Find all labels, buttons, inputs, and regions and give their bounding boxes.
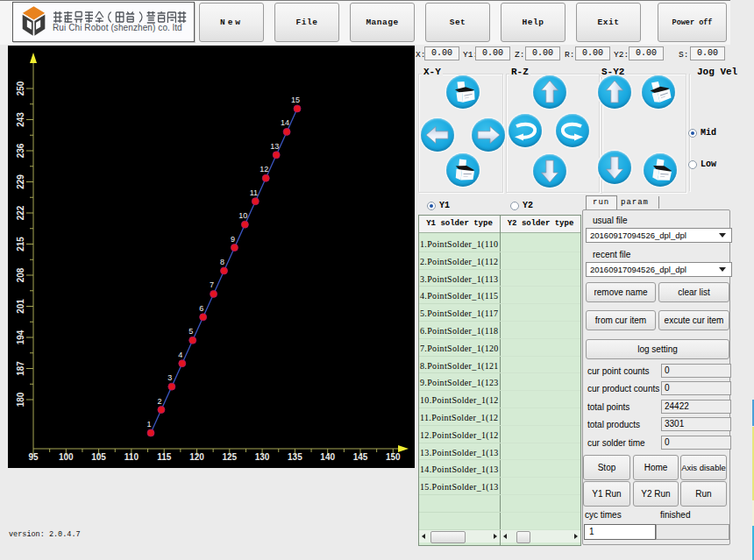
- svg-text:2: 2: [157, 397, 161, 406]
- svg-text:5: 5: [188, 327, 193, 336]
- svg-text:105: 105: [91, 452, 106, 462]
- svg-text:150: 150: [386, 452, 401, 462]
- svg-text:140: 140: [320, 452, 335, 462]
- svg-text:13: 13: [270, 142, 279, 151]
- svg-text:10: 10: [238, 211, 247, 220]
- svg-text:135: 135: [288, 452, 302, 462]
- svg-text:115: 115: [157, 452, 172, 462]
- svg-text:1: 1: [146, 420, 151, 429]
- svg-text:100: 100: [59, 452, 74, 462]
- svg-text:110: 110: [124, 452, 139, 462]
- svg-text:130: 130: [255, 452, 270, 462]
- svg-text:15: 15: [291, 96, 300, 104]
- svg-text:236: 236: [16, 143, 25, 158]
- svg-text:95: 95: [28, 452, 39, 462]
- svg-text:250: 250: [16, 81, 25, 96]
- svg-text:4: 4: [178, 351, 182, 359]
- svg-text:243: 243: [16, 112, 25, 127]
- svg-text:7: 7: [210, 280, 214, 289]
- svg-text:9: 9: [231, 235, 235, 244]
- svg-text:208: 208: [16, 267, 25, 282]
- svg-text:11: 11: [250, 188, 258, 197]
- svg-text:194: 194: [16, 330, 25, 344]
- svg-text:6: 6: [199, 304, 203, 313]
- svg-text:125: 125: [222, 452, 237, 462]
- svg-text:120: 120: [189, 452, 204, 462]
- svg-text:14: 14: [281, 118, 289, 127]
- svg-text:3: 3: [167, 373, 172, 382]
- svg-text:145: 145: [353, 452, 368, 462]
- svg-text:180: 180: [16, 392, 25, 407]
- svg-text:215: 215: [16, 237, 25, 252]
- svg-text:229: 229: [16, 174, 25, 189]
- svg-text:222: 222: [16, 205, 25, 220]
- svg-text:201: 201: [16, 299, 25, 314]
- svg-text:187: 187: [16, 361, 25, 376]
- svg-text:8: 8: [220, 258, 224, 266]
- svg-text:12: 12: [260, 165, 268, 174]
